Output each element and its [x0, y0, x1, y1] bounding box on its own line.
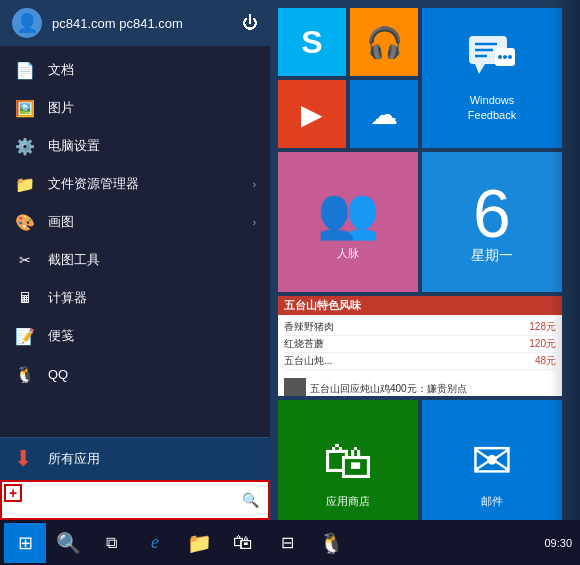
calculator-icon: 🖩: [14, 287, 36, 309]
internet-explorer-button[interactable]: e: [134, 523, 176, 563]
tiles-mid-small: ▶ ☁: [278, 80, 418, 148]
mail-label: 邮件: [477, 494, 507, 509]
all-apps-label: 所有应用: [48, 450, 256, 468]
menu-item-pc-settings[interactable]: ⚙️ 电脑设置: [0, 127, 270, 165]
news-row-3: 五台山炖... 48元: [284, 353, 556, 370]
people-tile[interactable]: 👥 人脉: [278, 152, 418, 292]
menu-item-notepad[interactable]: 📝 便笺: [0, 317, 270, 355]
start-button[interactable]: ⊞: [4, 523, 46, 563]
right-edge-shadow: [550, 0, 580, 520]
pictures-icon: 🖼️: [14, 97, 36, 119]
onedrive-tile[interactable]: ☁: [350, 80, 418, 148]
onedrive-icon: ☁: [370, 98, 398, 131]
tiles-col-left: S 🎧 ▶ ☁: [278, 8, 418, 148]
svg-point-5: [508, 55, 512, 59]
taskbar-search-button[interactable]: 🔍: [48, 523, 88, 563]
store-tile[interactable]: 🛍 应用商店: [278, 400, 418, 520]
settings-icon: ⚙️: [14, 135, 36, 157]
skype-tile[interactable]: S: [278, 8, 346, 76]
search-bar: + 🔍: [0, 480, 270, 520]
mail-tile[interactable]: ✉ 邮件 1: [422, 400, 562, 520]
feedback-icon: [467, 34, 517, 87]
user-area[interactable]: 👤 pc841.com pc841.com ⏻: [0, 0, 270, 46]
menu-items: 📄 文档 🖼️ 图片 ⚙️ 电脑设置 📁 文件资源管理器 › 🎨 画图 ›: [0, 46, 270, 437]
power-button[interactable]: ⏻: [242, 14, 258, 32]
menu-item-calculator[interactable]: 🖩 计算器: [0, 279, 270, 317]
search-button[interactable]: 🔍: [232, 482, 268, 518]
snipping-icon: ✂: [14, 249, 36, 271]
task-view-icon: ⧉: [106, 534, 117, 552]
menu-item-qq[interactable]: 🐧 QQ: [0, 355, 270, 393]
arrow-down-icon: ⬇: [14, 446, 32, 472]
ie-icon: e: [151, 532, 159, 553]
calculator-label: 计算器: [48, 289, 256, 307]
screen: 👤 pc841.com pc841.com ⏻ 📄 文档 🖼️ 图片 ⚙️ 电脑…: [0, 0, 580, 565]
tiles-row-3: 五台山特色风味 香辣野猪肉 128元 红烧苔蘑 120元 五台山炖... 48元: [278, 296, 572, 396]
folder-icon: 📁: [14, 173, 36, 195]
skype-icon: S: [301, 24, 322, 61]
news-item-1-name: 香辣野猪肉: [284, 320, 334, 334]
video-icon: ▶: [301, 98, 323, 131]
news-row-1: 香辣野猪肉 128元: [284, 319, 556, 336]
qq-taskbar-button[interactable]: 🐧: [310, 523, 352, 563]
feedback-tile[interactable]: WindowsFeedback: [422, 8, 562, 148]
tiles-row-1: S 🎧 ▶ ☁: [278, 8, 572, 148]
desktop-icon: ⊟: [281, 533, 294, 552]
news-row-2: 红烧苔蘑 120元: [284, 336, 556, 353]
arrow-right-2-icon: ›: [253, 217, 256, 228]
menu-item-snipping[interactable]: ✂ 截图工具: [0, 241, 270, 279]
start-icon: ⊞: [18, 532, 33, 554]
tiles-area: S 🎧 ▶ ☁: [270, 0, 580, 520]
svg-point-3: [498, 55, 502, 59]
system-tray: 09:30: [544, 537, 576, 549]
paint-label: 画图: [48, 213, 241, 231]
music-tile[interactable]: 🎧: [350, 8, 418, 76]
folder-taskbar-icon: 📁: [187, 531, 212, 555]
menu-item-documents[interactable]: 📄 文档: [0, 51, 270, 89]
news-thumbnail: [284, 378, 306, 396]
taskbar: ⊞ 🔍 ⧉ e 📁 🛍 ⊟ 🐧 09:30: [0, 520, 580, 565]
all-apps-button[interactable]: ⬇ 所有应用: [0, 437, 270, 480]
calendar-tile[interactable]: 6 星期一: [422, 152, 562, 292]
taskbar-search-icon: 🔍: [56, 531, 81, 555]
desktop-button[interactable]: ⊟: [266, 523, 308, 563]
news-headline: 五台山回应炖山鸡400元：嫌贵别点: [278, 374, 562, 396]
feedback-content: WindowsFeedback: [459, 8, 525, 148]
news-tile[interactable]: 五台山特色风味 香辣野猪肉 128元 红烧苔蘑 120元 五台山炖... 48元: [278, 296, 562, 396]
news-item-3-name: 五台山炖...: [284, 354, 332, 368]
tiles-row-2: 👥 人脉 6 星期一: [278, 152, 572, 292]
settings-label: 电脑设置: [48, 137, 256, 155]
file-explorer-taskbar-button[interactable]: 📁: [178, 523, 220, 563]
avatar: 👤: [12, 8, 42, 38]
arrow-right-icon: ›: [253, 179, 256, 190]
people-icon: 👥: [317, 184, 379, 242]
user-name: pc841.com pc841.com: [52, 16, 232, 31]
store-label: 应用商店: [322, 494, 374, 509]
store-taskbar-icon: 🛍: [233, 531, 253, 554]
mail-icon: ✉: [471, 432, 513, 490]
search-input[interactable]: [2, 482, 232, 518]
qq-taskbar-icon: 🐧: [319, 531, 344, 555]
menu-item-pictures[interactable]: 🖼️ 图片: [0, 89, 270, 127]
task-view-button[interactable]: ⧉: [90, 523, 132, 563]
pictures-label: 图片: [48, 99, 256, 117]
start-menu: 👤 pc841.com pc841.com ⏻ 📄 文档 🖼️ 图片 ⚙️ 电脑…: [0, 0, 270, 520]
tray-clock: 09:30: [544, 537, 572, 549]
calendar-day: 星期一: [471, 247, 513, 265]
people-label: 人脉: [333, 246, 363, 261]
tiles-row-4: 🛍 应用商店 ✉ 邮件 1: [278, 400, 572, 520]
documents-icon: 📄: [14, 59, 36, 81]
qq-icon: 🐧: [14, 363, 36, 385]
tiles-top-small: S 🎧: [278, 8, 418, 76]
snipping-label: 截图工具: [48, 251, 256, 269]
news-item-2-name: 红烧苔蘑: [284, 337, 324, 351]
news-title: 五台山特色风味: [278, 296, 562, 315]
notepad-label: 便笺: [48, 327, 256, 345]
menu-item-paint[interactable]: 🎨 画图 ›: [0, 203, 270, 241]
video-tile[interactable]: ▶: [278, 80, 346, 148]
svg-marker-1: [475, 64, 485, 74]
store-taskbar-button[interactable]: 🛍: [222, 523, 264, 563]
feedback-label: WindowsFeedback: [468, 93, 516, 122]
calendar-number: 6: [473, 179, 511, 247]
menu-item-file-explorer[interactable]: 📁 文件资源管理器 ›: [0, 165, 270, 203]
